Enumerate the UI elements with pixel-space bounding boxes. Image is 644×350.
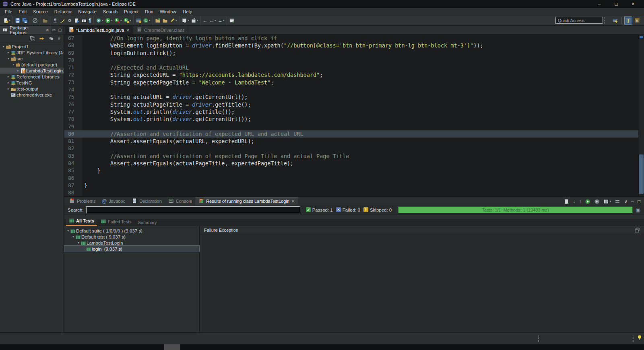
tab-problems[interactable]: Problems — [66, 197, 99, 205]
search-input[interactable] — [86, 206, 300, 213]
summary-tab[interactable]: Summary — [135, 220, 160, 226]
failed-tests-tab[interactable]: Failed Tests — [98, 218, 134, 226]
menu-refactor[interactable]: Refactor — [51, 9, 75, 14]
tree-item-referenced-libraries[interactable]: ▸Referenced Libraries — [0, 74, 64, 80]
close-icon[interactable]: ✕ — [46, 28, 49, 32]
next-annotation-button[interactable]: ▾ — [181, 17, 190, 24]
last-edit-location-button[interactable]: ← — [202, 17, 208, 24]
close-icon[interactable]: ✕ — [291, 199, 295, 204]
java-perspective-button[interactable]: J — [625, 17, 632, 24]
code-line[interactable]: 81 Assert.assertEquals(actualURL, expect… — [64, 138, 644, 145]
tree-item-jre-system-library[interactable]: ▸JRE System Library [JavaSE — [0, 49, 64, 56]
menu-run[interactable]: Run — [142, 9, 157, 14]
back-button[interactable]: ←▾ — [208, 17, 217, 24]
quick-access-input[interactable]: Quick Access — [555, 17, 603, 24]
tree-item-src[interactable]: ▾src — [0, 56, 64, 62]
synchronize-button[interactable] — [73, 17, 80, 24]
save-all-button[interactable] — [21, 17, 29, 24]
menu-edit[interactable]: Edit — [16, 9, 30, 14]
tree-arrow-icon[interactable]: ▸ — [6, 81, 10, 84]
skip-all-breakpoints-button[interactable] — [31, 17, 39, 24]
menu-window[interactable]: Window — [157, 9, 180, 14]
new-class-button[interactable]: C▾ — [142, 17, 151, 24]
trim-grip-2[interactable] — [633, 336, 634, 342]
minimize-view-icon[interactable]: ▭ — [52, 28, 56, 32]
scrollbar-thumb[interactable] — [639, 154, 644, 194]
tree-item-test-output[interactable]: ▸test-output — [0, 86, 64, 92]
tree-item-project1[interactable]: ▾Project1 — [0, 43, 64, 49]
tree-item-chromedriver-exe[interactable]: chromedriver.exe — [0, 92, 64, 98]
code-line[interactable]: 71 //Expected and ActualURL — [64, 64, 644, 71]
new-java-project-button[interactable] — [135, 17, 142, 24]
open-task-button[interactable] — [154, 17, 161, 24]
test-node-default-test[interactable]: ▾Default test ( 9.037 s) — [64, 234, 199, 240]
open-perspective-button[interactable] — [611, 17, 619, 24]
test-node-lambdatestlogin-node[interactable]: ▾LambdaTestLogin — [64, 240, 199, 246]
code-line[interactable]: 86 — [64, 175, 644, 182]
tree-arrow-icon[interactable]: ▾ — [2, 45, 6, 48]
code-line[interactable]: 72 String expectedURL = "https://account… — [64, 71, 644, 78]
code-line[interactable]: 67 //On login page, identify login butto… — [64, 35, 644, 42]
test-node-login-method[interactable]: login (9.037 s) — [64, 246, 199, 252]
show-whitespace-button[interactable]: ¶ — [88, 17, 92, 24]
link-with-editor-button[interactable] — [228, 17, 235, 24]
tree-arrow-icon[interactable]: ▾ — [76, 241, 80, 245]
build-all-button[interactable] — [41, 17, 49, 24]
tree-item-testng-library[interactable]: ▸TestNG — [0, 80, 64, 86]
lightbulb-icon[interactable] — [637, 335, 642, 342]
collapse-all-icon[interactable] — [29, 35, 36, 42]
code-line[interactable]: 88 — [64, 189, 644, 196]
minimize-panel-button[interactable]: – — [631, 198, 634, 205]
view-menu-icon[interactable] — [47, 35, 55, 42]
code-line[interactable]: 83 //Assertion and verification of expec… — [64, 152, 644, 160]
test-node-default-suite[interactable]: ▾Default suite ( 1/0/0/0 ) (9.037 s) — [64, 228, 199, 234]
code-line[interactable]: 79 — [64, 123, 644, 130]
previous-annotation-button[interactable]: ▾ — [190, 17, 199, 24]
show-list-button[interactable] — [614, 198, 621, 205]
export-results-button[interactable] — [563, 198, 570, 205]
menu-source[interactable]: Source — [30, 9, 51, 14]
close-icon[interactable]: ✕ — [126, 28, 130, 33]
rerun-failed-button[interactable] — [594, 198, 600, 205]
code-line[interactable]: 75 String actualURL = driver.getCurrentU… — [64, 93, 644, 101]
coverage-button[interactable]: ▾ — [114, 17, 123, 24]
tab-chromedriver[interactable]: 01ChromeDriver.class — [133, 26, 188, 34]
tab-javadoc[interactable]: @Javadoc — [99, 197, 128, 205]
tree-item-default-package[interactable]: ▾(default package) — [0, 62, 64, 68]
new-wizard-button[interactable]: ▾ — [2, 17, 11, 24]
all-tests-tab[interactable]: All Tests — [66, 217, 97, 226]
menu-project[interactable]: Project — [121, 9, 142, 14]
clear-results-icon[interactable]: ▣ — [635, 207, 641, 213]
clean-button[interactable] — [59, 17, 66, 24]
code-line[interactable]: 68 WebElement loginButton = driver.findE… — [64, 42, 644, 49]
code-line[interactable]: 69 loginButton.click(); — [64, 49, 644, 57]
code-line[interactable]: 84 Assert.assertEquals(actualPageTitle, … — [64, 160, 644, 167]
code-line[interactable]: 76 String actualPageTitle = driver.getTi… — [64, 101, 644, 108]
link-with-editor-view-icon[interactable] — [38, 35, 45, 42]
move-up-button[interactable]: ↑ — [578, 198, 582, 205]
terminate-settings-button[interactable] — [66, 17, 73, 24]
tree-arrow-icon[interactable]: ▸ — [16, 69, 20, 72]
run-last-button[interactable]: ▾ — [95, 17, 104, 24]
maximize-button[interactable]: □ — [608, 1, 625, 7]
menu-search[interactable]: Search — [100, 9, 121, 14]
restore-panel-icon[interactable] — [634, 227, 640, 233]
tab-results[interactable]: Results of running class LambdaTestLogin… — [195, 197, 298, 205]
menu-navigate[interactable]: Navigate — [75, 9, 99, 14]
tree-arrow-icon[interactable]: ▸ — [6, 75, 10, 78]
save-button[interactable] — [14, 17, 21, 24]
tab-console[interactable]: Console — [165, 197, 195, 205]
view-options-button[interactable]: ▾ — [603, 198, 611, 205]
code-line[interactable]: 70 — [64, 57, 644, 64]
tab-declaration[interactable]: DDeclaration — [128, 197, 165, 205]
tree-arrow-icon[interactable]: ▾ — [11, 63, 15, 66]
close-button[interactable]: × — [625, 1, 642, 7]
tree-arrow-icon[interactable]: ▸ — [6, 51, 10, 54]
menu-help[interactable]: Help — [180, 9, 196, 14]
code-line[interactable]: 85 } — [64, 167, 644, 174]
trim-grip[interactable] — [538, 336, 540, 342]
open-resource-button[interactable] — [161, 17, 169, 24]
run-button[interactable]: ▾ — [104, 17, 114, 24]
code-line[interactable]: 80 //Assertion and verification of expec… — [64, 130, 644, 138]
code-line[interactable]: 77 System.out.println(driver.getTitle())… — [64, 108, 644, 115]
